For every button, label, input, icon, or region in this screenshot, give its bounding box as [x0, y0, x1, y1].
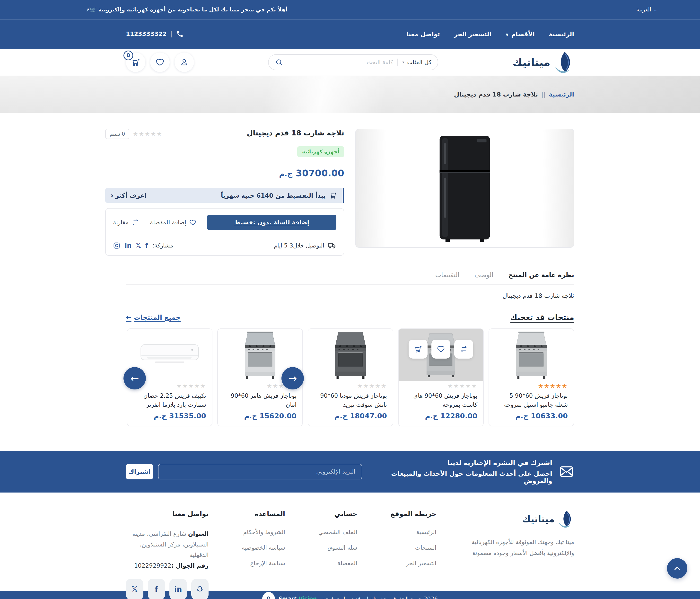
newsletter-section: اشترك في النشرة الإخبارية لدينا احصل على…: [0, 451, 700, 493]
breadcrumb: الرئيسية || ثلاجة شارب 18 قدم ديجيتال: [454, 91, 574, 98]
instagram-icon[interactable]: [113, 242, 120, 249]
quick-wishlist-button[interactable]: [431, 340, 450, 358]
add-to-cart-button[interactable]: إضافة للسلة بدون تقسيط: [207, 215, 336, 230]
currency-label: ج.م: [279, 170, 292, 178]
product-info: ثلاجة شارب 18 قدم ديجيتال ★★★★★ 0 تقييم …: [105, 129, 344, 256]
related-header: منتجات قد تعجبك جميع المنتجات ←: [126, 313, 574, 322]
add-to-wishlist-button[interactable]: إضافة للمفضلة: [150, 219, 196, 226]
footer-socials: in f 𝕏: [126, 579, 208, 599]
product-card-name[interactable]: بوتاجاز فريش مودنا 60*90 تاتش سوفت تبريد: [314, 391, 387, 409]
product-card-name[interactable]: بوتاجاز فريش هامر 60*90 امان: [224, 391, 297, 409]
divider: |: [170, 31, 172, 38]
search-icon[interactable]: [275, 58, 283, 66]
cart-button[interactable]: 0: [126, 52, 145, 72]
linkedin-icon[interactable]: in: [169, 579, 187, 599]
brand-logo[interactable]: ميتاتيك: [512, 51, 574, 73]
topbar: ⌄ العربية أهلاً بكم في متجر ميتا تك لكل …: [0, 0, 700, 19]
footer-link-wishlist[interactable]: المفضلة: [318, 560, 357, 567]
chevron-down-icon: ∨: [505, 32, 509, 37]
footer-link-free-pricing[interactable]: التسعير الحر: [390, 560, 436, 567]
header: ميتاتيك كل الفئات ▾: [0, 49, 700, 76]
wishlist-button[interactable]: [150, 52, 170, 72]
user-icon: [180, 58, 189, 67]
carousel-next-button[interactable]: →: [281, 367, 304, 390]
footer: ميتاتيك ميتا تيك وجهتك الموثوقة للأجهزة …: [0, 493, 700, 591]
language-switcher[interactable]: ⌄ العربية: [636, 6, 657, 13]
breadcrumb-home-link[interactable]: الرئيسية: [549, 91, 574, 98]
product-section: ثلاجة شارب 18 قدم ديجيتال ★★★★★ 0 تقييم …: [126, 129, 574, 256]
product-card-name[interactable]: تكييف فريش 2.25 حصان سمارت بارد بلازما ا…: [133, 391, 206, 409]
footer-column-title: خريطة الموقع: [390, 510, 436, 518]
footer-link-privacy[interactable]: سياسة الخصوصية: [242, 544, 285, 551]
footer-link-home[interactable]: الرئيسية: [390, 529, 436, 535]
x-icon[interactable]: 𝕏: [136, 242, 141, 249]
product-card[interactable]: ★★★★★ بوتاجاز فريش 60*90 5 شعلة جامبو اس…: [489, 328, 574, 426]
quick-compare-button[interactable]: [454, 340, 473, 358]
footer-sitemap-column: خريطة الموقع الرئيسية المنتجات التسعير ا…: [390, 510, 436, 599]
subscribe-button[interactable]: اشتراك: [126, 464, 153, 479]
product-card-image[interactable]: [308, 329, 393, 381]
newsletter-title: اشترك في النشرة الإخبارية لدينا: [362, 459, 552, 467]
stars-icon: ★★★★★: [314, 383, 387, 390]
phone-block[interactable]: | 1123333322: [126, 30, 183, 38]
product-card-price: 18047.00 ج.م: [314, 412, 387, 420]
related-carousel: ← →: [126, 328, 574, 426]
nav-item-home[interactable]: الرئيسية: [549, 31, 574, 38]
product-card-name[interactable]: بوتاجاز فريش 60*90 5 شعلة جامبو استيل بم…: [495, 391, 568, 409]
footer-link-returns[interactable]: سياسة الإرجاع: [242, 560, 285, 567]
search-input[interactable]: [288, 59, 393, 66]
tab-description[interactable]: الوصف: [474, 271, 493, 279]
nav-item-free-pricing[interactable]: التسعير الحر: [454, 31, 492, 38]
heart-icon: [189, 219, 196, 226]
footer-link-products[interactable]: المنتجات: [390, 544, 436, 551]
linkedin-icon[interactable]: in: [125, 242, 131, 249]
product-image-fridge: [427, 133, 502, 243]
phone-number: 1123333322: [126, 31, 167, 38]
product-card-name[interactable]: بوتاجاز فريش 60*90 هاى كاست بمروحه: [404, 391, 477, 409]
hero-banner: الرئيسية || ثلاجة شارب 18 قدم ديجيتال: [0, 76, 700, 113]
nav-menu: الرئيسية الأقسام ∨ التسعير الحر تواصل مع…: [406, 31, 574, 38]
product-price: 30700.00 ج.م: [105, 168, 344, 178]
compare-button[interactable]: مقارنة: [113, 219, 139, 226]
search-category-select[interactable]: كل الفئات ▾: [402, 59, 431, 66]
product-card-image[interactable]: [399, 329, 483, 381]
footer-link-terms[interactable]: الشروط والأحكام: [242, 529, 285, 535]
learn-more-link[interactable]: اعرف أكثر ‹: [110, 192, 146, 200]
brand-name: ميتاتيك: [522, 514, 555, 524]
footer-brand-logo[interactable]: ميتاتيك: [470, 510, 574, 528]
scroll-to-top-button[interactable]: [667, 558, 688, 579]
currency-label: ج.م: [425, 412, 438, 420]
currency-label: ج.م: [334, 412, 347, 420]
installment-banner: يبدأ التقسيط من 6140 جنيه شهرياً اعرف أك…: [105, 188, 344, 203]
brand-leaf-icon: [552, 51, 574, 73]
product-card[interactable]: ★★★★★ بوتاجاز فريش 60*90 هاى كاست بمروحه…: [398, 328, 484, 426]
heart-icon: [155, 58, 165, 67]
product-card-price: 15620.00 ج.م: [224, 412, 297, 420]
newsletter-email-input[interactable]: [158, 464, 362, 479]
chevron-down-icon: ▾: [402, 60, 404, 65]
carousel-prev-button[interactable]: ←: [123, 367, 146, 390]
currency-label: ج.م: [244, 412, 257, 420]
product-card-image[interactable]: [489, 329, 574, 381]
view-all-link[interactable]: جميع المنتجات ←: [126, 314, 181, 321]
category-badge[interactable]: أجهزة كهربائية: [297, 146, 344, 157]
tab-overview[interactable]: نظرة عامة عن المنتج: [508, 271, 574, 279]
footer-link-profile[interactable]: الملف الشخصي: [318, 529, 357, 535]
facebook-icon[interactable]: f: [145, 242, 148, 249]
footer-link-cart[interactable]: سلة التسوق: [318, 544, 357, 551]
share-label: مشاركة:: [152, 242, 173, 249]
product-image-card[interactable]: [355, 129, 574, 248]
product-card[interactable]: ★★★★★ بوتاجاز فريش مودنا 60*90 تاتش سوفت…: [308, 328, 393, 426]
product-rating: ★★★★★ 0 تقييم: [105, 129, 162, 139]
heart-icon: [437, 345, 445, 353]
snapchat-icon[interactable]: [191, 579, 209, 599]
nav-item-categories[interactable]: الأقسام ∨: [505, 31, 535, 38]
facebook-icon[interactable]: f: [148, 579, 165, 599]
x-icon[interactable]: 𝕏: [126, 579, 143, 599]
account-button[interactable]: [175, 52, 194, 72]
product-card-price: 31535.00 ج.م: [133, 412, 206, 420]
nav-item-contact[interactable]: تواصل معنا: [406, 31, 440, 38]
currency-label: ج.م: [154, 412, 167, 420]
tab-reviews[interactable]: التقييمات: [435, 271, 459, 279]
quick-add-to-cart-button[interactable]: [408, 340, 428, 358]
